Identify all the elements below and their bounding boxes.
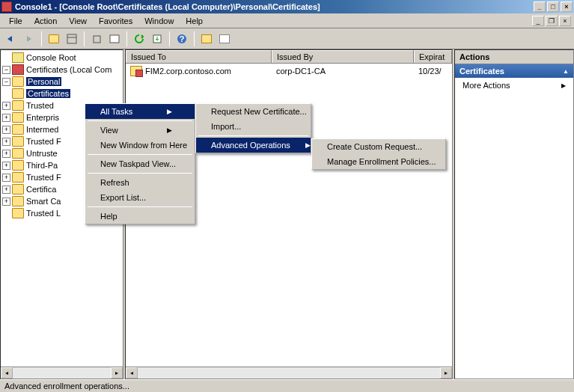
folder-icon (12, 76, 24, 87)
refresh-button[interactable] (131, 31, 147, 47)
menu-all-tasks[interactable]: All Tasks▶ (85, 104, 195, 119)
folder-icon (12, 88, 24, 99)
expand-icon[interactable]: + (2, 174, 10, 182)
maximize-button[interactable]: □ (547, 1, 559, 12)
menu-separator (88, 154, 192, 155)
collapse-icon[interactable]: − (2, 78, 10, 86)
expand-icon[interactable]: + (2, 197, 10, 206)
horizontal-scrollbar[interactable]: ◂ ▸ (126, 367, 452, 379)
submenu-arrow-icon: ▶ (305, 141, 311, 149)
column-expiration[interactable]: Expirat (414, 50, 452, 63)
tree-personal[interactable]: −Personal (2, 76, 121, 88)
column-issued-by[interactable]: Issued By (272, 50, 414, 63)
menu-request-new-certificate[interactable]: Request New Certificate... (196, 104, 311, 119)
menu-new-window[interactable]: New Window from Here (85, 138, 195, 153)
folder-icon (12, 172, 24, 183)
mdi-restore-button[interactable]: ❐ (546, 16, 558, 26)
menu-refresh[interactable]: Refresh (85, 175, 195, 190)
svg-rect-3 (110, 35, 119, 43)
folder-icon (12, 196, 24, 206)
close-button[interactable]: × (561, 1, 573, 12)
copy-button[interactable] (88, 31, 105, 47)
up-button[interactable] (46, 31, 62, 47)
menu-advanced-operations[interactable]: Advanced Operations▶ (196, 138, 311, 153)
help-button[interactable]: ? (174, 31, 190, 47)
menu-window[interactable]: Window (138, 15, 180, 27)
cert-icon (12, 64, 24, 75)
menu-separator (198, 135, 308, 136)
menu-create-custom-request[interactable]: Create Custom Request... (312, 139, 445, 154)
actions-more-actions[interactable]: More Actions ▶ (455, 78, 573, 93)
menu-bar: File Action View Favorites Window Help _… (0, 13, 574, 28)
back-button[interactable] (3, 31, 19, 47)
folder-icon (12, 160, 24, 171)
list-row[interactable]: FIM2.corp.contoso.com corp-DC1-CA 10/23/ (126, 64, 452, 79)
submenu-arrow-icon: ▶ (167, 108, 172, 115)
menu-export-list[interactable]: Export List... (85, 190, 195, 205)
folder-icon (12, 148, 24, 159)
context-menu: All Tasks▶ View▶ New Window from Here Ne… (85, 103, 195, 224)
expand-icon[interactable]: + (2, 150, 10, 158)
cert-find-button[interactable] (198, 31, 215, 47)
scroll-right-button[interactable]: ▸ (111, 367, 123, 379)
menu-view[interactable]: View▶ (85, 123, 195, 138)
mdi-minimize-button[interactable]: _ (532, 16, 544, 26)
svg-text:?: ? (180, 34, 185, 43)
cell-expiration: 10/23/ (414, 64, 452, 78)
svg-rect-2 (94, 36, 100, 43)
expand-icon[interactable]: + (2, 186, 10, 194)
folder-icon (12, 184, 24, 195)
scroll-left-button[interactable]: ◂ (1, 367, 13, 379)
show-hide-tree-button[interactable] (64, 31, 80, 47)
menu-action[interactable]: Action (28, 15, 64, 27)
menu-manage-enrollment-policies[interactable]: Manage Enrollment Policies... (312, 154, 445, 169)
folder-icon (12, 100, 24, 111)
status-text: Advanced enrollment operations... (4, 382, 129, 391)
tree-certificates[interactable]: Certificates (2, 88, 121, 99)
collapse-arrow-icon: ▲ (563, 68, 569, 75)
collapse-icon[interactable]: − (2, 66, 10, 74)
menu-separator (88, 173, 192, 174)
menu-help[interactable]: Help (85, 209, 195, 224)
export-button[interactable] (149, 31, 165, 47)
folder-icon (12, 124, 24, 135)
properties-button[interactable] (106, 31, 123, 47)
folder-icon (12, 112, 24, 123)
menu-import[interactable]: Import... (196, 119, 311, 134)
expand-icon[interactable]: + (2, 102, 10, 110)
expand-icon[interactable]: + (2, 162, 10, 170)
chevron-right-icon: ▶ (561, 82, 566, 89)
menu-favorites[interactable]: Favorites (93, 15, 138, 27)
menu-view[interactable]: View (63, 15, 93, 27)
app-icon (1, 1, 12, 12)
title-bar: Console1 - [Console Root\Certificates (L… (0, 0, 574, 13)
forward-button[interactable] (21, 31, 37, 47)
menu-file[interactable]: File (3, 15, 28, 27)
menu-new-taskpad[interactable]: New Taskpad View... (85, 156, 195, 171)
context-submenu-all-tasks: Request New Certificate... Import... Adv… (195, 103, 311, 153)
menu-separator (88, 120, 192, 121)
column-issued-to[interactable]: Issued To (126, 50, 272, 63)
context-submenu-advanced: Create Custom Request... Manage Enrollme… (311, 138, 446, 170)
folder-icon (12, 208, 24, 218)
minimize-button[interactable]: _ (534, 1, 546, 12)
certificate-icon (130, 66, 142, 76)
tree-certificates-local[interactable]: −Certificates (Local Com (2, 64, 121, 76)
toolbar: ? (0, 28, 574, 49)
status-bar: Advanced enrollment operations... (0, 379, 574, 392)
tree-root[interactable]: Console Root (2, 52, 121, 64)
mdi-close-button[interactable]: × (559, 16, 571, 26)
folder-icon (12, 52, 24, 63)
expand-icon[interactable]: + (2, 138, 10, 146)
menu-help[interactable]: Help (180, 15, 209, 27)
list-header: Issued To Issued By Expirat (126, 50, 452, 64)
expand-icon[interactable]: + (2, 114, 10, 122)
window-title: Console1 - [Console Root\Certificates (L… (15, 2, 534, 11)
scroll-right-button[interactable]: ▸ (440, 367, 452, 379)
scroll-left-button[interactable]: ◂ (126, 367, 138, 379)
horizontal-scrollbar[interactable]: ◂ ▸ (1, 367, 123, 379)
actions-group-certificates[interactable]: Certificates ▲ (455, 64, 573, 78)
expand-icon[interactable]: + (2, 126, 10, 134)
svg-rect-0 (67, 34, 76, 43)
cert-options-button[interactable] (216, 31, 233, 47)
